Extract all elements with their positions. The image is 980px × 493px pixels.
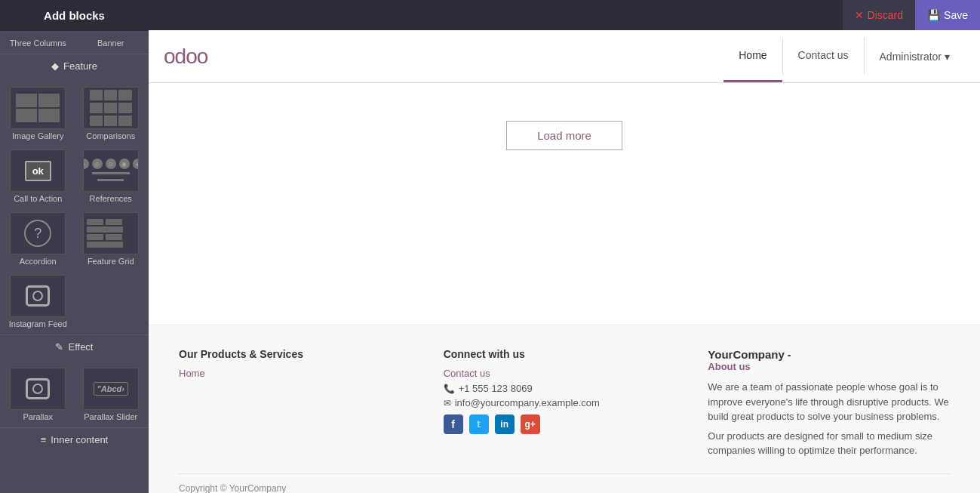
references-icon: ✎ ◎ ⊙ ◉ ◈ [83,149,139,192]
phone-icon: 📞 [444,384,455,394]
diamond-icon: ◆ [51,60,59,72]
sidebar-item-call-to-action[interactable]: ok Call to Action [2,143,75,206]
page-frame: odoo Home Contact us Administrator ▾ [149,30,980,493]
effect-icon: ✎ [55,341,63,353]
sidebar-flat-section: Three Columns Banner [0,31,149,54]
twitter-icon[interactable]: 𝕥 [469,414,489,434]
footer-email: ✉ info@yourcompany.example.com [444,397,686,408]
instagram-icon [10,275,66,317]
comparisons-icon [83,87,139,129]
cta-icon: ok [10,149,66,192]
footer-col2-title: Connect with us [444,348,686,360]
page-footer: Our Products & Services Home Connect wit… [149,325,980,493]
inner-content-icon: ≡ [41,434,47,445]
sidebar-section-inner-content: ≡ Inner content [0,427,149,451]
sidebar-item-image-gallery[interactable]: Image Gallery [2,81,75,143]
sidebar-section-effect: ✎ Effect [0,334,149,359]
sidebar-item-three-columns[interactable]: Three Columns [2,34,75,51]
page-content: Load more [149,83,980,310]
odoo-logo: odoo [164,45,723,69]
footer-link-contact[interactable]: Contact us [444,368,686,379]
sidebar-section-feature: ◆ Feature [0,54,149,78]
sidebar-header: Add blocks [0,0,149,31]
footer-desc1: We are a team of passionate people whose… [708,380,950,424]
sidebar-item-banner[interactable]: Banner [75,34,148,51]
footer-copyright: Copyright © YourCompany [179,473,950,494]
linkedin-icon[interactable]: in [495,414,515,434]
sidebar-item-accordion[interactable]: ? Accordion [2,206,75,269]
footer-col-connect: Connect with us Contact us 📞 +1 555 123 … [444,348,686,458]
sidebar-item-parallax-slider[interactable]: "Abcd› Parallax Slider [75,362,148,424]
footer-grid: Our Products & Services Home Connect wit… [179,348,950,458]
sidebar-item-instagram-feed[interactable]: Instagram Feed [2,269,75,331]
nav-links: Home Contact us Administrator ▾ [723,30,965,82]
nav-admin[interactable]: Administrator ▾ [865,30,965,82]
email-icon: ✉ [444,398,451,408]
sidebar-item-comparisons[interactable]: Comparisons [75,81,148,143]
chevron-down-icon: ▾ [945,51,950,63]
main-area: ✕ Discard 💾 Save odoo Home Contact us [149,0,980,493]
discard-button[interactable]: ✕ Discard [843,0,915,30]
accordion-icon: ? [10,212,66,254]
discard-icon: ✕ [855,9,864,21]
feature-grid-icon [83,212,139,254]
footer-col-company: YourCompany - About us We are a team of … [708,348,950,458]
nav-link-contact-us[interactable]: Contact us [783,30,864,82]
image-gallery-icon [10,87,66,129]
page-nav: odoo Home Contact us Administrator ▾ [149,30,980,83]
sidebar: Add blocks Three Columns Banner ◆ Featur… [0,0,149,493]
save-button[interactable]: 💾 Save [915,0,980,30]
footer-col3-title: YourCompany - About us [708,348,950,372]
footer-link-home[interactable]: Home [179,368,421,379]
footer-col-products: Our Products & Services Home [179,348,421,458]
sidebar-effect-items: Parallax "Abcd› Parallax Slider [0,359,149,427]
load-more-button[interactable]: Load more [506,121,622,150]
footer-col1-title: Our Products & Services [179,348,421,360]
footer-phone: 📞 +1 555 123 8069 [444,383,686,394]
nav-link-home[interactable]: Home [723,30,782,82]
save-icon: 💾 [927,9,940,21]
parallax-icon [10,368,66,410]
sidebar-feature-items: Image Gallery Comparisons ok Call to Act… [0,78,149,334]
footer-about-link[interactable]: About us [708,361,950,372]
facebook-icon[interactable]: f [444,414,463,434]
footer-desc2: Our products are designed for small to m… [708,429,950,458]
topbar: ✕ Discard 💾 Save [149,0,980,30]
social-icons: f 𝕥 in g+ [444,414,686,434]
sidebar-item-feature-grid[interactable]: Feature Grid [75,206,148,269]
parallax-slider-icon: "Abcd› [83,368,139,410]
sidebar-item-parallax[interactable]: Parallax [2,362,75,424]
sidebar-item-references[interactable]: ✎ ◎ ⊙ ◉ ◈ References [75,143,148,206]
google-plus-icon[interactable]: g+ [521,414,540,434]
